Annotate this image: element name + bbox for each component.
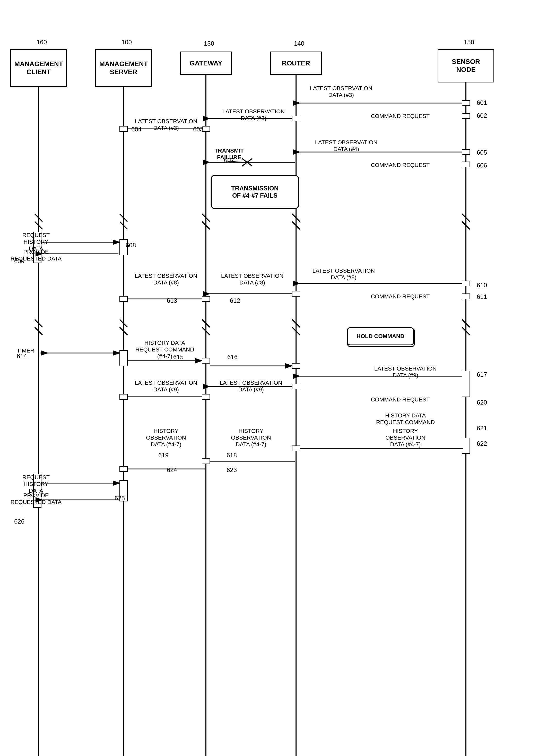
cmd-req-602: COMMAND REQUEST [368, 113, 432, 120]
ref-626: 626 [14, 518, 25, 525]
svg-line-16 [462, 221, 470, 229]
msg-rt-gw-hist47: HISTORYOBSERVATIONDATA (#4-7) [214, 428, 288, 448]
msg-sn-obs9: LATEST OBSERVATIONDATA (#9) [368, 365, 443, 379]
ref-621: 621 [477, 425, 487, 432]
svg-rect-47 [202, 358, 210, 363]
svg-rect-49 [292, 363, 300, 368]
msg-gw-ms-hist47: HISTORYOBSERVATIONDATA (#4-7) [129, 428, 203, 448]
gateway-box: GATEWAY [180, 51, 232, 75]
svg-line-15 [462, 214, 470, 221]
hold-command-callout: HOLD COMMAND [347, 327, 414, 345]
svg-rect-42 [202, 296, 210, 301]
svg-line-71 [35, 327, 42, 335]
ref-613: 613 [167, 297, 177, 304]
gw-ref: 130 [204, 40, 214, 47]
svg-line-9 [120, 214, 128, 221]
cmd-req-606: COMMAND REQUEST [368, 162, 432, 168]
ms-label: MANAGEMENTSERVER [99, 60, 148, 76]
transmission-fails-callout: TRANSMISSIONOF #4-#7 FAILS [211, 175, 298, 209]
rt-ref: 140 [294, 40, 304, 47]
svg-rect-37 [462, 281, 470, 286]
ref-607: 607 [224, 157, 234, 164]
svg-rect-64 [120, 467, 128, 472]
ref-605: 605 [477, 149, 487, 156]
svg-line-73 [120, 327, 128, 335]
ms-ref: 100 [122, 39, 132, 46]
svg-line-8 [35, 221, 42, 229]
svg-line-12 [202, 221, 210, 229]
ref-615: 615 [173, 353, 184, 361]
ref-609: 609 [14, 258, 25, 265]
svg-rect-21 [292, 116, 300, 121]
svg-line-10 [120, 221, 128, 229]
ref-612: 612 [230, 297, 240, 304]
router-box: ROUTER [270, 51, 322, 75]
msg-rt-gw-obs8: LATEST OBSERVATIONDATA (#8) [214, 273, 291, 286]
req-hist-data-2: REQUEST HISTORYDATA [10, 474, 62, 494]
ref-622: 622 [477, 440, 487, 447]
svg-rect-43 [120, 296, 128, 301]
svg-line-79 [462, 327, 470, 335]
svg-line-7 [35, 214, 42, 221]
svg-rect-46 [120, 350, 128, 366]
sensor-node-box: SENSORNODE [438, 49, 494, 83]
hist-req-cmd-621: HISTORY DATAREQUEST COMMAND [368, 412, 443, 426]
ref-620: 620 [477, 399, 487, 406]
msg-gw-ms-obs8: LATEST OBSERVATIONDATA (#8) [129, 273, 203, 286]
svg-line-11 [202, 214, 210, 221]
svg-rect-56 [202, 394, 210, 399]
svg-rect-38 [462, 294, 470, 299]
ref-618: 618 [227, 452, 237, 459]
msg-sn-rt-obs4: LATEST OBSERVATIONDATA (#4) [309, 139, 384, 153]
provide-req-data-2: PROVIDEREQUESTED DATA [10, 492, 62, 506]
ref-623: 623 [227, 467, 237, 473]
management-server-box: MANAGEMENTSERVER [95, 49, 152, 87]
ref-616: 616 [227, 353, 238, 361]
ref-619: 619 [158, 452, 169, 459]
msg-gw-ms-obs9: LATEST OBSERVATIONDATA (#9) [129, 380, 203, 393]
msg-sn-rt-obs3: LATEST OBSERVATIONDATA (#3) [304, 85, 378, 98]
sn-ref: 150 [464, 39, 474, 46]
svg-line-14 [292, 221, 300, 229]
ref-606: 606 [477, 162, 487, 169]
svg-line-78 [462, 320, 470, 327]
ref-604: 604 [131, 126, 141, 133]
svg-line-74 [202, 320, 210, 327]
ref-603: 603 [193, 126, 203, 133]
svg-rect-54 [292, 384, 300, 389]
cmd-req-611: COMMAND REQUEST [368, 293, 432, 300]
svg-line-77 [292, 327, 300, 335]
svg-rect-24 [120, 126, 128, 131]
svg-rect-60 [292, 446, 300, 451]
ref-625: 625 [115, 495, 125, 502]
ref-602: 602 [477, 112, 487, 119]
management-client-box: MANAGEMENTCLIENT [10, 49, 67, 87]
svg-rect-62 [202, 459, 210, 464]
msg-rt-gw-obs3: LATEST OBSERVATIONDATA (#3) [216, 108, 291, 122]
ref-617: 617 [477, 371, 487, 378]
rt-label: ROUTER [282, 59, 310, 67]
ref-624: 624 [167, 467, 177, 473]
svg-line-70 [35, 320, 42, 327]
svg-rect-27 [462, 162, 470, 167]
svg-line-76 [292, 320, 300, 327]
svg-rect-40 [292, 291, 300, 296]
msg-sn-hist47: HISTORYOBSERVATIONDATA (#4-7) [368, 428, 443, 448]
ref-610: 610 [477, 282, 487, 289]
ref-601: 601 [477, 99, 487, 106]
svg-line-13 [292, 214, 300, 221]
svg-rect-57 [120, 394, 128, 399]
svg-rect-18 [462, 100, 470, 106]
svg-rect-26 [462, 150, 470, 155]
ref-611: 611 [477, 293, 487, 300]
cmd-req-620: COMMAND REQUEST [368, 396, 432, 403]
msg-rt-gw-obs9: LATEST OBSERVATIONDATA (#9) [214, 380, 288, 393]
gw-label: GATEWAY [189, 59, 222, 67]
svg-rect-19 [462, 113, 470, 118]
msg-sn-rt-obs8: LATEST OBSERVATIONDATA (#8) [306, 268, 381, 281]
svg-line-72 [120, 320, 128, 327]
ref-608: 608 [126, 242, 136, 249]
sn-label: SENSORNODE [452, 58, 480, 74]
svg-rect-52 [462, 371, 470, 397]
svg-line-75 [202, 327, 210, 335]
